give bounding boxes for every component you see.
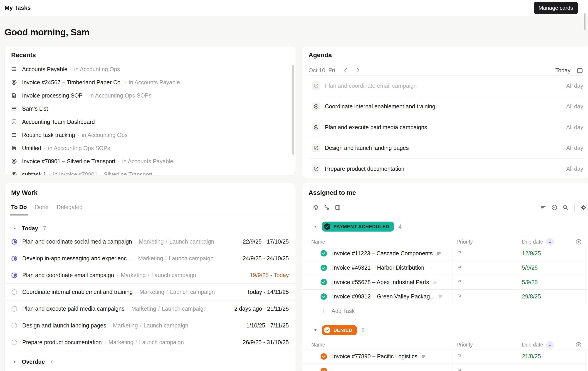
- sort-descending-button[interactable]: [546, 341, 554, 349]
- chevron-down-icon: [314, 329, 317, 331]
- table-row[interactable]: Invoice #55678 – Apex Industrial Parts 5…: [302, 275, 588, 290]
- priority-flag-icon[interactable]: [457, 265, 462, 271]
- agenda-item[interactable]: Prepare product documentation All day: [309, 159, 583, 178]
- check-circle-icon[interactable]: [551, 204, 557, 211]
- check-circle-icon[interactable]: [312, 123, 320, 131]
- list-item[interactable]: Accounting Team Dashboard: [11, 115, 289, 128]
- priority-flag-icon[interactable]: [457, 294, 462, 300]
- priority-flag-icon[interactable]: [457, 368, 462, 371]
- status-denied-icon[interactable]: [320, 367, 327, 371]
- table-row[interactable]: Invoice #99812 – Green Valley Packag... …: [302, 290, 588, 304]
- search-icon[interactable]: [562, 204, 569, 211]
- check-circle-icon[interactable]: [312, 165, 320, 173]
- tab-todo[interactable]: To Do: [11, 204, 27, 215]
- task-row[interactable]: Design and launch landing pages · Market…: [5, 317, 296, 334]
- group-header-denied[interactable]: DENIED 2: [302, 325, 588, 336]
- assigned-to-me-card: Assigned to me: [302, 183, 588, 371]
- status-in-progress-icon[interactable]: [11, 255, 18, 262]
- layers-icon[interactable]: [313, 204, 319, 211]
- prev-day-button[interactable]: [343, 67, 349, 73]
- check-circle-icon[interactable]: [312, 81, 320, 90]
- list-item[interactable]: Untitled · in Accounting Ops SOPs: [11, 141, 289, 155]
- columns-icon[interactable]: [334, 204, 341, 211]
- status-todo-icon[interactable]: [11, 322, 18, 329]
- status-done-icon[interactable]: [320, 279, 327, 286]
- task-row[interactable]: Plan and coordinate email campaign · Mar…: [5, 267, 296, 284]
- list-item[interactable]: Invoice processing SOP · in Accounting O…: [11, 89, 289, 102]
- task-row[interactable]: Plan and coordinate social media campaig…: [5, 233, 296, 250]
- status-in-progress-icon[interactable]: [11, 272, 18, 279]
- agenda-title: Agenda: [309, 51, 583, 59]
- agenda-item[interactable]: Plan and coordinate email campaign All d…: [309, 76, 583, 96]
- task-dates: 1/10/25 - 7/11/25: [246, 322, 289, 329]
- add-column-icon[interactable]: [576, 239, 582, 245]
- page-scrollbar[interactable]: [584, 13, 586, 30]
- status-in-progress-icon[interactable]: [11, 238, 18, 245]
- list-item[interactable]: Invoice #78901 – Silverline Transport · …: [11, 155, 289, 168]
- manage-cards-button[interactable]: Manage cards: [534, 2, 578, 14]
- status-denied-icon[interactable]: [320, 353, 327, 360]
- table-row[interactable]: Invoice #77890 – Pacific Logistics 21/8/…: [302, 350, 588, 364]
- group-count: 4: [399, 223, 402, 230]
- list-item[interactable]: Invoice #24567 – Timberland Paper Co. · …: [11, 76, 289, 89]
- agenda-item[interactable]: Coordinate internal enablement and train…: [309, 96, 583, 117]
- check-circle-icon[interactable]: [312, 144, 320, 152]
- status-todo-icon[interactable]: [11, 339, 18, 346]
- list-item[interactable]: Routine task tracking · in Accounting Op…: [11, 128, 289, 141]
- recents-scrollbar[interactable]: [292, 65, 294, 155]
- task-icon: [11, 171, 17, 175]
- due-date: 12/9/25: [522, 250, 541, 257]
- task-row[interactable]: Develop in-app messaging and experienc..…: [5, 250, 296, 267]
- status-todo-icon[interactable]: [11, 289, 18, 295]
- assigned-title: Assigned to me: [302, 189, 588, 197]
- agenda-item[interactable]: Plan and execute paid media campaigns Al…: [309, 117, 583, 138]
- list-item[interactable]: subtask 1 · in Invoice #78901 – Silverli…: [11, 168, 289, 175]
- table-row[interactable]: Invoice #11223 – Cascade Components 12/9…: [302, 246, 588, 261]
- status-todo-icon[interactable]: [11, 305, 18, 312]
- filter-icon[interactable]: [540, 204, 546, 211]
- add-column-icon[interactable]: [576, 342, 582, 348]
- status-done-icon[interactable]: [320, 293, 327, 300]
- due-date: 5/9/25: [522, 279, 538, 286]
- group-header-payment-scheduled[interactable]: PAYMENT SCHEDULED 4: [302, 221, 588, 232]
- task-dates: Today - 14/11/25: [247, 289, 289, 295]
- task-dates: 22/9/25 - 17/10/25: [243, 238, 289, 245]
- list-icon: [11, 106, 17, 111]
- tab-done[interactable]: Done: [35, 204, 49, 215]
- dependency-icon[interactable]: [324, 204, 330, 211]
- recents-title: Recents: [11, 51, 289, 59]
- calendar-icon[interactable]: [577, 67, 583, 74]
- list-icon: [11, 132, 17, 138]
- section-header-today[interactable]: Today 7: [5, 223, 296, 233]
- sort-descending-button[interactable]: [546, 238, 554, 246]
- task-row[interactable]: Prepare product documentation · Marketin…: [5, 334, 296, 351]
- status-badge[interactable]: PAYMENT SCHEDULED: [322, 221, 394, 231]
- section-header-overdue[interactable]: Overdue 7: [5, 357, 296, 367]
- table-row-partial[interactable]: [302, 364, 588, 371]
- priority-flag-icon[interactable]: [457, 353, 462, 360]
- task-row[interactable]: Coordinate internal enablement and train…: [5, 284, 296, 301]
- list-item[interactable]: Accounts Payable · in Accounting Ops: [11, 63, 289, 76]
- add-task-button[interactable]: Add Task: [302, 304, 588, 318]
- status-done-icon[interactable]: [320, 264, 327, 271]
- status-badge[interactable]: DENIED: [322, 325, 357, 335]
- task-row[interactable]: Plan and execute paid media campaigns · …: [5, 301, 296, 317]
- agenda-today-button[interactable]: Today: [555, 67, 570, 74]
- group-count: 2: [361, 327, 365, 333]
- document-icon: [11, 145, 17, 151]
- tab-delegated[interactable]: Delegated: [57, 204, 83, 215]
- check-circle-icon[interactable]: [312, 102, 320, 111]
- status-done-icon[interactable]: [320, 250, 327, 257]
- priority-flag-icon[interactable]: [457, 279, 462, 285]
- agenda-item[interactable]: Design and launch landing pages All day: [309, 138, 583, 159]
- list-item[interactable]: Sam's List: [11, 102, 289, 115]
- priority-flag-icon[interactable]: [457, 250, 462, 256]
- due-date: 21/8/25: [522, 353, 541, 360]
- table-row[interactable]: Invoice #45321 – Harbor Distribution 5/9…: [302, 261, 588, 275]
- document-icon: [11, 92, 17, 98]
- next-day-button[interactable]: [355, 67, 361, 73]
- description-icon: [428, 265, 433, 270]
- recents-card: Recents Accounts Payable · in Accounting…: [5, 46, 296, 175]
- due-date: 5/9/25: [522, 264, 538, 271]
- settings-button[interactable]: [578, 202, 588, 213]
